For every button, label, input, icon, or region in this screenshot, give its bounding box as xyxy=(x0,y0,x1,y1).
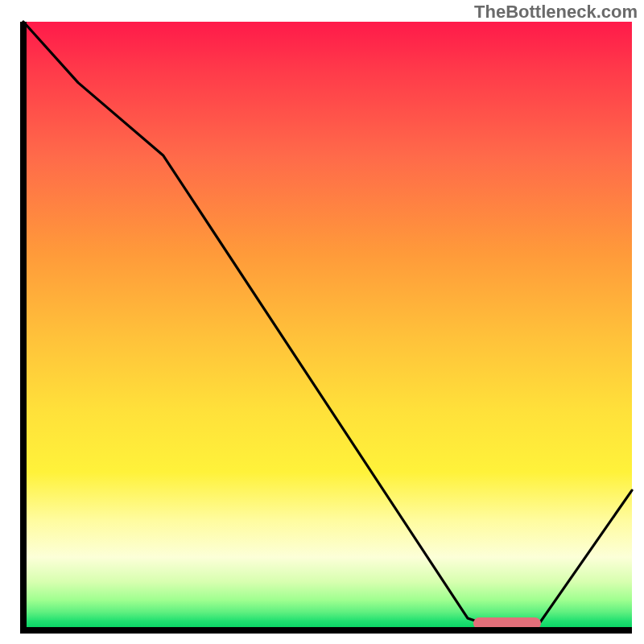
watermark-text: TheBottleneck.com xyxy=(474,2,638,23)
plot-area xyxy=(23,22,632,630)
curve-layer xyxy=(23,22,632,630)
chart-container: TheBottleneck.com xyxy=(0,0,644,644)
optimal-range-marker xyxy=(473,617,540,630)
bottleneck-curve xyxy=(23,22,632,630)
